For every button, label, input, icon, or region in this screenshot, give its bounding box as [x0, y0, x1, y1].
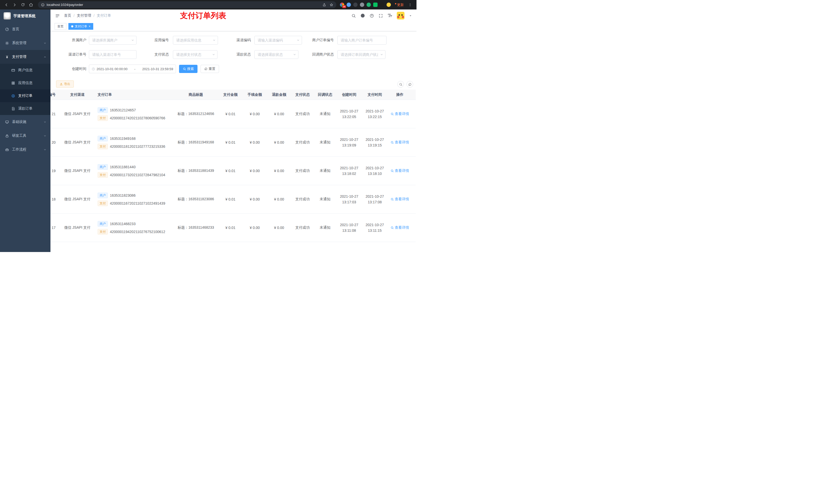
sidebar-item-merchant-info[interactable]: 商户信息	[0, 64, 50, 77]
merchant-select[interactable]	[89, 36, 137, 45]
hamburger-icon[interactable]	[55, 13, 60, 18]
sidebar-item-refund-order[interactable]: 退款订单	[0, 102, 50, 115]
extension-gray-icon[interactable]	[360, 3, 364, 7]
back-icon[interactable]	[3, 2, 10, 8]
avatar-caret-icon[interactable]	[409, 14, 412, 17]
breadcrumb-home[interactable]: 首页	[64, 13, 71, 18]
sidebar-item-workflow[interactable]: 工作流程	[0, 143, 50, 157]
main-content: 所属商户 应用编号 渠道编码 商户订单编号 渠道订单号 支付状态	[50, 31, 416, 252]
pay-tag: 支付	[98, 200, 108, 206]
extension-pin-icon[interactable]	[380, 3, 384, 7]
browser-update-button[interactable]: 更新	[395, 3, 404, 7]
gear-icon	[5, 41, 9, 45]
pay-order-no: 4200001181202110277723215336	[110, 144, 165, 148]
font-size-icon[interactable]	[387, 13, 392, 18]
download-icon	[60, 82, 63, 86]
filter-pay-status: 支付状态	[133, 50, 217, 59]
extension-emoji-icon[interactable]	[386, 3, 391, 7]
sidebar-item-infra[interactable]: 基础设施	[0, 115, 50, 129]
search-button[interactable]: 搜索	[179, 65, 197, 73]
pay-status: 支付成功	[291, 169, 314, 173]
created-time: 2021-10-2713:11:08	[336, 222, 362, 233]
pay-status: 支付成功	[291, 140, 314, 145]
sidebar-item-devtools[interactable]: 研发工具	[0, 129, 50, 143]
search-icon	[390, 113, 394, 116]
chevron-down-icon	[44, 148, 46, 151]
merchant-order-no: 1635311881440	[110, 165, 136, 169]
pay-channel: 微信 JSAPI 支付	[58, 140, 97, 145]
extensions-cluster: 10	[340, 3, 391, 7]
url-bar[interactable]: localhost:1024/pay/order	[38, 1, 336, 8]
extension-dark-icon[interactable]	[353, 3, 358, 7]
refund-amount: ¥ 0.00	[267, 112, 291, 116]
bookmark-star-icon[interactable]	[330, 3, 333, 7]
extension-drop-icon[interactable]	[347, 3, 351, 7]
extension-wechat-icon[interactable]	[373, 3, 378, 7]
user-avatar[interactable]	[397, 12, 404, 20]
payment-submenu: 商户信息 应用信息 支付订单 退款订单	[0, 64, 50, 115]
merchant-order-no: 1635311823086	[110, 193, 136, 197]
sidebar-item-pay-order[interactable]: 支付订单	[0, 89, 50, 102]
home-icon[interactable]	[28, 2, 34, 8]
yen-icon	[5, 55, 9, 59]
channel-order-no-input[interactable]	[89, 50, 137, 59]
help-icon[interactable]	[370, 14, 374, 18]
app-logo: 芋道管理系统	[0, 9, 50, 22]
product-title: 标题：1635311468233	[173, 225, 218, 230]
browser-menu-icon[interactable]	[407, 2, 413, 8]
view-detail-link[interactable]: 查看详情	[387, 169, 412, 173]
app-select[interactable]	[173, 36, 218, 45]
view-detail-link[interactable]: 查看详情	[387, 197, 412, 201]
site-info-icon[interactable]	[41, 3, 45, 7]
search-icon[interactable]	[352, 14, 356, 18]
forward-icon[interactable]	[11, 2, 18, 8]
pay-order-no: 4200001194202110276752100612	[110, 230, 165, 234]
table-row: 20 微信 JSAPI 支付 商户1635311949168 支付4200001…	[50, 128, 416, 157]
app-header: 首页 / 支付管理 / 支付订单 支付订单列表	[50, 9, 416, 22]
sidebar-item-payment[interactable]: 支付管理	[0, 50, 50, 64]
refund-status-select[interactable]	[254, 50, 299, 59]
view-detail-link[interactable]: 查看详情	[387, 112, 412, 116]
merchant-tag: 商户	[98, 221, 108, 226]
pay-tag: 支付	[98, 115, 108, 121]
date-range-input[interactable]: 2021-10-01 00:00:00 - 2021-10-31 23:59:5…	[89, 65, 176, 73]
target-icon	[11, 94, 15, 98]
header-actions	[352, 12, 412, 20]
sidebar-item-system[interactable]: 系统管理	[0, 36, 50, 50]
pay-status-select[interactable]	[173, 50, 217, 59]
reload-icon[interactable]	[20, 2, 26, 8]
filter-merchant-order-no: 商户订单编号	[293, 36, 386, 45]
sidebar-item-home[interactable]: 首页	[0, 22, 50, 36]
clock-icon	[92, 67, 95, 71]
extension-colorful-icon[interactable]: 10	[340, 3, 344, 7]
product-title: 标题：1635311881439	[173, 169, 218, 173]
extension-green-circle-icon[interactable]	[366, 3, 371, 7]
refresh-table-button[interactable]	[406, 81, 413, 88]
url-text[interactable]: localhost:1024/pay/order	[47, 3, 83, 7]
order-id: 18	[50, 197, 58, 201]
merchant-order-no-input[interactable]	[337, 36, 386, 45]
tab-close-icon[interactable]: ×	[89, 25, 90, 28]
view-detail-link[interactable]: 查看详情	[387, 225, 412, 230]
breadcrumb-section[interactable]: 支付管理	[77, 13, 91, 18]
github-icon[interactable]	[360, 13, 365, 18]
export-button[interactable]: 导出	[56, 80, 74, 88]
tab-home[interactable]: 首页	[54, 23, 66, 30]
merchant-tag: 商户	[98, 136, 108, 141]
fee-amount: ¥ 0.00	[243, 225, 267, 230]
share-icon[interactable]	[323, 3, 326, 7]
view-detail-link[interactable]: 查看详情	[387, 140, 412, 145]
fullscreen-icon[interactable]	[379, 14, 383, 18]
date-end: 2021-10-31 23:59:59	[142, 67, 173, 71]
order-id: 19	[50, 169, 58, 173]
notify-status-select[interactable]	[337, 50, 385, 59]
sidebar-item-app-info[interactable]: 应用信息	[0, 77, 50, 89]
tab-pay-order[interactable]: 支付订单 ×	[68, 23, 93, 30]
pay-tag: 支付	[98, 229, 108, 235]
table-header-row: 编号 支付渠道 支付订单 商品标题 支付金额 手续金额 退款金额 支付状态 回调…	[50, 90, 416, 100]
pay-channel: 微信 JSAPI 支付	[58, 197, 97, 201]
refund-amount: ¥ 0.00	[267, 169, 291, 173]
reset-button[interactable]: 重置	[200, 65, 219, 73]
active-tab-dot	[71, 25, 73, 27]
toggle-search-button[interactable]	[397, 81, 404, 88]
